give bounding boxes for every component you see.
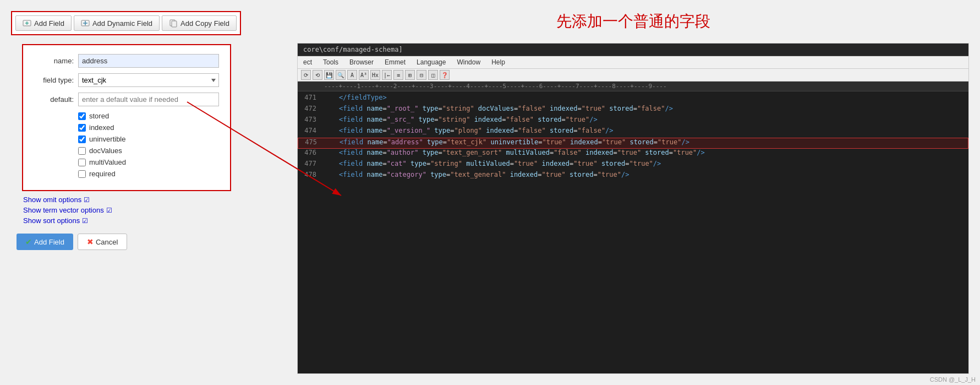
uninvertible-label: uninvertible (89, 135, 126, 143)
checkboxes-section: stored indexed uninvertible docValues mu… (78, 112, 219, 178)
form-panel: name: field type: text_cjk string text_g… (22, 44, 231, 191)
editor-title-bar: core\conf/managed-schema] (298, 44, 968, 56)
show-term-vector-options[interactable]: Show term vector options ☑ (23, 206, 275, 214)
toolbar-btn-10[interactable]: ⊞ (405, 70, 415, 80)
menu-window[interactable]: Window (456, 58, 481, 67)
code-content-473: <field name="_src_" type="string" indexe… (323, 116, 964, 123)
right-panel: 先添加一个普通的字段 core\conf/managed-schema] ect… (297, 11, 969, 374)
cancel-button[interactable]: ✖ Cancel (78, 234, 127, 250)
show-sort-options[interactable]: Show sort options ☑ (23, 216, 275, 225)
toolbar-btn-6[interactable]: A³ (359, 70, 369, 80)
default-input[interactable] (78, 93, 219, 106)
toolbar-btn-8[interactable]: |← (382, 70, 392, 80)
toolbar-btn-3[interactable]: 💾 (324, 70, 334, 80)
x-cancel-icon: ✖ (87, 237, 94, 246)
name-row: name: (34, 54, 219, 68)
code-content-475: <field name="address" type="text_cjk" un… (324, 138, 963, 146)
show-term-vector-label: Show term vector options (23, 206, 104, 214)
docvalues-checkbox-row: docValues (78, 147, 219, 155)
name-label: name: (34, 57, 78, 65)
code-content-472: <field name="_root_" type="string" docVa… (323, 105, 964, 112)
checkmark-icon: ✔ (25, 237, 32, 246)
code-content-476: <field name="author" type="text_gen_sort… (323, 149, 964, 156)
field-type-label: field type: (34, 76, 78, 84)
code-content-477: <field name="cat" type="string" multiVal… (323, 160, 964, 167)
add-field-icon (23, 19, 31, 28)
code-content-474: <field name="_version_" type="plong" ind… (323, 127, 964, 134)
toolbar-btn-1[interactable]: ⟳ (301, 70, 311, 80)
toolbar-btn-7[interactable]: Hx (370, 70, 380, 80)
toolbar-btn-4[interactable]: 🔍 (336, 70, 346, 80)
action-buttons: ✔ Add Field ✖ Cancel (17, 234, 275, 250)
line-number-472: 472 (302, 105, 323, 112)
watermark: CSDN @_L_J_H (930, 376, 976, 383)
indexed-checkbox[interactable] (78, 124, 86, 132)
show-omit-label: Show omit options (23, 196, 81, 204)
code-content-471: </fieldType> (323, 94, 964, 101)
menu-browser[interactable]: Browser (348, 58, 375, 67)
menu-ect[interactable]: ect (302, 58, 313, 67)
code-line-471: 471 </fieldType> (298, 94, 968, 105)
field-type-row: field type: text_cjk string text_general… (34, 73, 219, 87)
main-container: Add Field Add Dynamic Field Add Copy Fie… (0, 0, 980, 385)
menu-tools[interactable]: Tools (322, 58, 340, 67)
menu-help[interactable]: Help (490, 58, 506, 67)
docvalues-checkbox[interactable] (78, 147, 86, 155)
line-number-476: 476 (302, 149, 323, 156)
toolbar-btn-9[interactable]: ≡ (393, 70, 403, 80)
line-number-478: 478 (302, 171, 323, 178)
toolbar-btn-11[interactable]: ⊟ (417, 70, 426, 80)
heading-text: 先添加一个普通的字段 (297, 11, 969, 32)
editor-ruler: ----+----1----+----2----+----3----+----4… (298, 82, 968, 91)
add-dynamic-field-button[interactable]: Add Dynamic Field (74, 15, 160, 31)
stored-checkbox[interactable] (78, 112, 86, 120)
code-content-478: <field name="category" type="text_genera… (323, 171, 964, 178)
code-line-472: 472 <field name="_root_" type="string" d… (298, 105, 968, 116)
add-copy-field-button[interactable]: Add Copy Field (162, 15, 237, 31)
toolbar-btn-2[interactable]: ⟲ (313, 70, 322, 80)
line-number-473: 473 (302, 116, 323, 123)
toolbar-btn-5[interactable]: A (347, 70, 357, 80)
uninvertible-checkbox-row: uninvertible (78, 135, 219, 143)
code-area[interactable]: 471 </fieldType> 472 <field name="_root_… (298, 91, 968, 373)
code-line-474: 474 <field name="_version_" type="plong"… (298, 127, 968, 138)
code-line-475: 475 <field name="address" type="text_cjk… (298, 138, 968, 149)
omit-icon: ☑ (84, 196, 90, 204)
required-label: required (89, 170, 116, 178)
uninvertible-checkbox[interactable] (78, 135, 86, 143)
editor-menu-bar: ect Tools Browser Emmet Language Window … (298, 56, 968, 69)
show-omit-options[interactable]: Show omit options ☑ (23, 196, 275, 204)
default-label: default: (34, 95, 78, 104)
line-number-471: 471 (302, 94, 323, 101)
svg-rect-7 (172, 21, 177, 27)
field-type-select[interactable]: text_cjk string text_general plong (78, 73, 219, 87)
multivalued-checkbox[interactable] (78, 159, 86, 166)
sort-icon: ☑ (82, 217, 88, 225)
multivalued-label: multiValued (89, 158, 126, 166)
indexed-label: indexed (89, 123, 114, 132)
editor-toolbar: ⟳ ⟲ 💾 🔍 A A³ Hx |← ≡ ⊞ ⊟ ◫ ❓ (298, 69, 968, 82)
code-line-473: 473 <field name="_src_" type="string" in… (298, 116, 968, 127)
editor-container: core\conf/managed-schema] ect Tools Brow… (297, 43, 969, 374)
toolbar-btn-13[interactable]: ❓ (440, 70, 450, 80)
stored-checkbox-row: stored (78, 112, 219, 120)
line-number-474: 474 (302, 127, 323, 134)
add-field-button[interactable]: Add Field (15, 15, 72, 31)
docvalues-label: docValues (89, 147, 122, 155)
menu-emmet[interactable]: Emmet (384, 58, 407, 67)
toolbar-btn-12[interactable]: ◫ (428, 70, 438, 80)
submit-add-field-button[interactable]: ✔ Add Field (17, 234, 73, 250)
line-number-475: 475 (303, 138, 324, 146)
add-copy-field-icon (169, 19, 178, 28)
term-vector-icon: ☑ (106, 207, 112, 214)
required-checkbox[interactable] (78, 170, 86, 178)
stored-label: stored (89, 112, 109, 120)
name-input[interactable] (78, 54, 219, 68)
add-dynamic-field-icon (81, 19, 90, 28)
multivalued-checkbox-row: multiValued (78, 158, 219, 166)
code-line-477: 477 <field name="cat" type="string" mult… (298, 160, 968, 171)
indexed-checkbox-row: indexed (78, 123, 219, 132)
code-line-476: 476 <field name="author" type="text_gen_… (298, 149, 968, 160)
show-sort-label: Show sort options (23, 216, 80, 225)
menu-language[interactable]: Language (415, 58, 447, 67)
